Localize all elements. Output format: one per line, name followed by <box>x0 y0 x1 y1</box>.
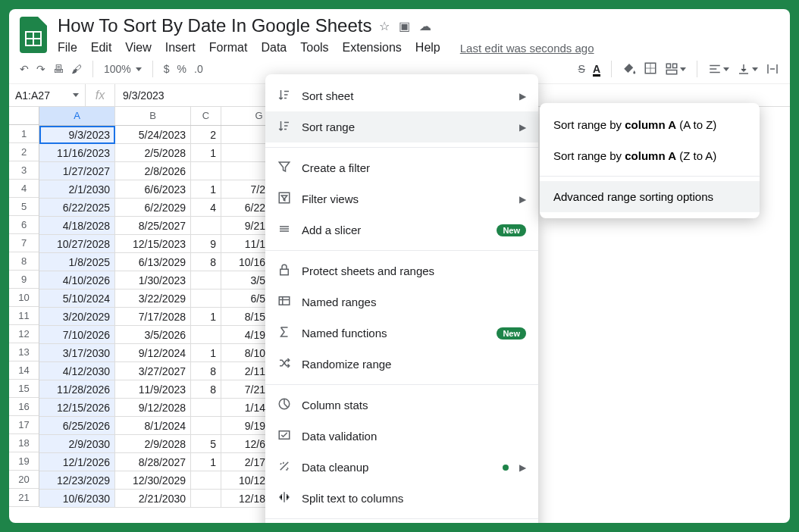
row-header[interactable]: 17 <box>9 416 39 434</box>
cell[interactable]: 1 <box>191 308 221 326</box>
menu-help[interactable]: Help <box>415 41 440 55</box>
cell[interactable]: 12/1/2026 <box>39 453 115 471</box>
row-header[interactable]: 8 <box>9 252 39 271</box>
cell[interactable]: 7/17/2028 <box>115 308 191 326</box>
menu-item-named-ranges[interactable]: Named ranges <box>265 286 538 318</box>
menu-item-create-a-filter[interactable]: Create a filter <box>265 152 538 183</box>
cell[interactable]: 3/27/2027 <box>115 362 191 380</box>
cell[interactable]: 1 <box>191 344 221 362</box>
cell[interactable]: 11/28/2026 <box>39 380 115 399</box>
align-icon[interactable] <box>708 62 729 76</box>
cell[interactable]: 2 <box>191 126 221 144</box>
cell[interactable]: 11/9/2023 <box>115 380 191 399</box>
menu-extensions[interactable]: Extensions <box>343 41 402 55</box>
sort-range-az[interactable]: Sort range by column A (A to Z) <box>540 109 760 140</box>
currency-button[interactable]: $ <box>164 63 170 75</box>
sort-range-za[interactable]: Sort range by column A (Z to A) <box>540 140 760 171</box>
menu-item-data-validation[interactable]: Data validation <box>265 421 538 452</box>
row-header[interactable]: 20 <box>9 471 39 489</box>
decimal-button[interactable]: .0 <box>194 63 203 75</box>
cell[interactable]: 8/25/2027 <box>115 217 191 235</box>
cell[interactable]: 9/12/2024 <box>115 344 191 362</box>
row-header[interactable]: 14 <box>9 361 39 380</box>
menu-file[interactable]: File <box>58 41 77 55</box>
star-icon[interactable]: ☆ <box>379 19 390 33</box>
redo-icon[interactable]: ↷ <box>36 63 45 75</box>
cell[interactable] <box>191 399 221 417</box>
row-header[interactable]: 2 <box>9 143 39 161</box>
cell[interactable]: 12/30/2029 <box>115 471 191 490</box>
cell[interactable] <box>191 271 221 289</box>
advanced-range-sorting[interactable]: Advanced range sorting options <box>540 181 760 212</box>
last-edit-link[interactable]: Last edit was seconds ago <box>460 42 594 55</box>
cell[interactable]: 9/12/2028 <box>115 399 191 417</box>
print-icon[interactable]: 🖶 <box>53 63 64 75</box>
row-header[interactable]: 13 <box>9 343 39 361</box>
row-header[interactable]: 9 <box>9 271 39 289</box>
cell[interactable]: 2/5/2028 <box>115 144 191 162</box>
move-icon[interactable]: ▣ <box>399 19 410 33</box>
menu-item-filter-views[interactable]: Filter views▶ <box>265 183 538 214</box>
row-header[interactable]: 5 <box>9 198 39 216</box>
strikethrough-button[interactable]: S <box>578 63 585 75</box>
row-header[interactable]: 18 <box>9 434 39 452</box>
cell[interactable]: 8 <box>191 253 221 271</box>
col-header-B[interactable]: B <box>115 107 191 125</box>
cell[interactable] <box>191 289 221 308</box>
cell[interactable]: 5/24/2023 <box>115 126 191 144</box>
name-box[interactable]: A1:A27 <box>9 84 85 106</box>
menu-insert[interactable]: Insert <box>165 41 196 55</box>
cell[interactable]: 5 <box>191 435 221 453</box>
fill-color-icon[interactable] <box>622 61 636 77</box>
undo-icon[interactable]: ↶ <box>20 63 29 75</box>
cell[interactable]: 6/25/2026 <box>39 417 115 435</box>
formula-input[interactable]: 9/3/2023 <box>115 89 172 102</box>
cell[interactable]: 6/2/2029 <box>115 199 191 217</box>
cell[interactable]: 9 <box>191 235 221 253</box>
text-color-button[interactable]: A <box>593 63 600 75</box>
cell[interactable]: 3/22/2029 <box>115 289 191 308</box>
wrap-icon[interactable] <box>766 62 779 76</box>
cell[interactable]: 10/6/2030 <box>39 490 115 508</box>
sheets-logo-icon[interactable] <box>18 16 49 54</box>
cell[interactable]: 4 <box>191 199 221 217</box>
cell[interactable]: 1/30/2023 <box>115 271 191 289</box>
cell[interactable]: 3/5/2026 <box>115 326 191 344</box>
menu-item-protect-sheets-and-ranges[interactable]: Protect sheets and ranges <box>265 255 538 286</box>
cell[interactable]: 12/15/2023 <box>115 235 191 253</box>
select-all-corner[interactable] <box>9 107 39 125</box>
cell[interactable]: 12/23/2029 <box>39 471 115 490</box>
menu-data[interactable]: Data <box>261 41 287 55</box>
cell[interactable]: 4/12/2030 <box>39 362 115 380</box>
menu-format[interactable]: Format <box>209 41 248 55</box>
menu-item-randomize-range[interactable]: Randomize range <box>265 349 538 380</box>
cell[interactable]: 1 <box>191 144 221 162</box>
cell[interactable]: 4/18/2028 <box>39 217 115 235</box>
menu-item-sort-sheet[interactable]: Sort sheet▶ <box>265 80 538 111</box>
row-header[interactable]: 16 <box>9 398 39 416</box>
row-header[interactable]: 21 <box>9 489 39 507</box>
cell[interactable]: 7/10/2026 <box>39 326 115 344</box>
cell[interactable]: 8/1/2024 <box>115 417 191 435</box>
cell[interactable]: 2/21/2030 <box>115 490 191 508</box>
menu-item-split-text-to-columns[interactable]: Split text to columns <box>265 483 538 514</box>
cell[interactable] <box>191 326 221 344</box>
borders-icon[interactable] <box>644 61 657 77</box>
row-header[interactable]: 19 <box>9 452 39 471</box>
cell[interactable]: 12/15/2026 <box>39 399 115 417</box>
cell[interactable] <box>191 490 221 508</box>
cell[interactable] <box>191 471 221 490</box>
cell[interactable]: 1/8/2025 <box>39 253 115 271</box>
cell[interactable]: 11/16/2023 <box>39 144 115 162</box>
cell[interactable]: 2/1/2030 <box>39 180 115 199</box>
cell[interactable] <box>191 162 221 180</box>
row-header[interactable]: 6 <box>9 216 39 234</box>
cell[interactable]: 1/27/2027 <box>39 162 115 180</box>
row-header[interactable]: 1 <box>9 125 39 143</box>
menu-item-named-functions[interactable]: Named functionsNew <box>265 318 538 349</box>
cell[interactable]: 3/20/2029 <box>39 308 115 326</box>
row-header[interactable]: 3 <box>9 161 39 180</box>
cell[interactable]: 6/6/2023 <box>115 180 191 199</box>
cell[interactable] <box>191 217 221 235</box>
cell[interactable]: 4/10/2026 <box>39 271 115 289</box>
